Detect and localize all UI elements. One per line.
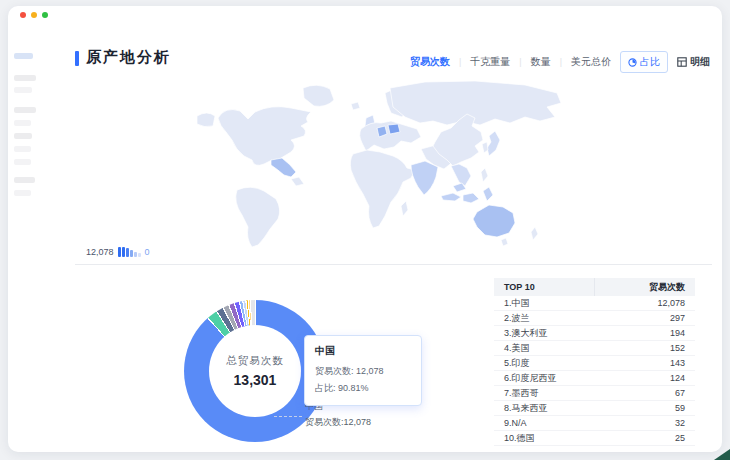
row-value: 59 — [594, 403, 695, 413]
map-region-philippines[interactable] — [481, 168, 488, 182]
row-name: 7.墨西哥 — [494, 387, 594, 400]
sidebar-skeleton-bar — [14, 159, 31, 165]
tab-quantity[interactable]: 数量 — [531, 55, 551, 69]
tooltip-title: 中国 — [315, 344, 411, 358]
map-region-africa[interactable] — [350, 150, 415, 228]
legend-bar — [134, 252, 137, 257]
pie-clock-icon — [628, 58, 637, 67]
table-row: 8.马来西亚 59 — [494, 401, 695, 416]
table-row: 4.美国 152 — [494, 341, 695, 356]
map-region-central-america[interactable] — [291, 177, 304, 186]
row-name: 6.印度尼西亚 — [494, 372, 594, 385]
table-row: 7.墨西哥 67 — [494, 386, 695, 401]
minimize-window-button[interactable] — [31, 12, 37, 18]
map-region-iceland[interactable] — [351, 102, 360, 110]
ratio-button-label: 占比 — [640, 55, 660, 69]
row-name: 8.马来西亚 — [494, 402, 594, 415]
row-value: 152 — [594, 343, 695, 353]
sidebar-skeleton-bar — [14, 75, 36, 81]
table-row: 3.澳大利亚 194 — [494, 326, 695, 341]
row-value: 194 — [594, 328, 695, 338]
map-region-alaska[interactable] — [197, 113, 215, 127]
row-name: 3.澳大利亚 — [494, 327, 594, 340]
detail-button[interactable]: 明细 — [677, 55, 710, 69]
table-header-row: TOP 10 贸易次数 — [494, 278, 695, 296]
map-region-madagascar[interactable] — [401, 201, 408, 216]
row-name: 1.中国 — [494, 297, 594, 310]
donut-center-title: 总贸易次数 — [226, 354, 284, 368]
map-region-poland[interactable] — [388, 124, 400, 134]
table-header-rank: TOP 10 — [494, 282, 594, 292]
donut-slice-label-value: 贸易次数:12,078 — [305, 414, 371, 430]
map-region-indonesia[interactable] — [441, 193, 461, 201]
tab-separator: | — [459, 57, 461, 67]
legend-bar — [138, 253, 141, 257]
sidebar-skeleton-bar — [14, 87, 32, 93]
sidebar-skeleton-bar — [14, 177, 35, 183]
row-name: 10.德国 — [494, 432, 594, 445]
legend-bar — [130, 250, 133, 257]
tab-separator: | — [560, 57, 562, 67]
row-value: 12,078 — [594, 298, 695, 308]
title-accent-bar — [75, 51, 79, 66]
close-window-button[interactable] — [20, 12, 26, 18]
row-value: 67 — [594, 388, 695, 398]
sidebar-skeleton-bar — [14, 120, 31, 126]
tooltip-trade-count: 贸易次数: 12,078 — [315, 363, 411, 380]
map-region-greenland[interactable] — [303, 85, 334, 106]
legend-bar — [118, 247, 121, 257]
map-region-tasmania[interactable] — [501, 238, 508, 246]
row-value: 143 — [594, 358, 695, 368]
legend-bar — [126, 248, 129, 257]
map-region-russia[interactable] — [390, 81, 561, 125]
tooltip-ratio: 占比: 90.81% — [315, 380, 411, 397]
table-row: 10.德国 25 — [494, 431, 695, 446]
sidebar-skeleton-bar — [14, 107, 36, 113]
donut-center-value: 13,301 — [234, 372, 277, 388]
tab-kg-weight[interactable]: 千克重量 — [470, 55, 510, 69]
sidebar-skeleton-bar — [14, 190, 31, 196]
row-name: 5.印度 — [494, 357, 594, 370]
tab-separator: | — [519, 57, 521, 67]
table-grid-icon — [677, 57, 687, 67]
map-region-indonesia[interactable] — [463, 193, 479, 203]
row-name: 4.美国 — [494, 342, 594, 355]
map-region-japan[interactable] — [487, 131, 500, 156]
map-region-mexico[interactable] — [271, 158, 296, 177]
table-row: 2.波兰 297 — [494, 311, 695, 326]
detail-button-label: 明细 — [690, 55, 710, 69]
table-row: 1.中国 12,078 — [494, 296, 695, 311]
metric-tabs: 贸易次数 | 千克重量 | 数量 | 美元总价 占比 明细 — [410, 51, 710, 73]
sidebar-skeleton-bar — [14, 133, 32, 139]
app-window: 原产地分析 贸易次数 | 千克重量 | 数量 | 美元总价 占比 明细 — [8, 6, 722, 452]
donut-center: 总贸易次数 13,301 — [209, 325, 301, 417]
map-region-south-america[interactable] — [236, 187, 280, 247]
table-header-value: 贸易次数 — [594, 278, 695, 296]
map-region-new-zealand[interactable] — [531, 227, 538, 240]
map-legend-bars — [118, 247, 141, 257]
row-value: 25 — [594, 433, 695, 443]
row-name: 9.N/A — [494, 418, 594, 428]
table-row: 5.印度 143 — [494, 356, 695, 371]
row-value: 124 — [594, 373, 695, 383]
map-region-australia[interactable] — [473, 205, 515, 237]
section-divider — [75, 264, 712, 265]
page-title: 原产地分析 — [86, 48, 171, 67]
map-region-korea[interactable] — [482, 142, 488, 153]
ratio-button[interactable]: 占比 — [620, 51, 668, 73]
maximize-window-button[interactable] — [42, 12, 48, 18]
map-region-india[interactable] — [411, 161, 438, 195]
table-row: 9.N/A 32 — [494, 416, 695, 431]
tab-trade-count[interactable]: 贸易次数 — [410, 55, 450, 69]
map-region-indonesia[interactable] — [483, 187, 493, 201]
background-corner-decoration — [714, 449, 730, 460]
tab-usd-total[interactable]: 美元总价 — [571, 55, 611, 69]
top10-table: TOP 10 贸易次数 1.中国 12,078 2.波兰 297 3.澳大利亚 … — [494, 278, 695, 446]
donut-tooltip: 中国 贸易次数: 12,078 占比: 90.81% — [304, 335, 422, 406]
map-legend-max: 12,078 — [86, 247, 114, 257]
row-name: 2.波兰 — [494, 312, 594, 325]
sidebar-skeleton-bar — [14, 146, 31, 152]
map-region-north-america[interactable] — [218, 107, 311, 166]
map-region-southeast-asia[interactable] — [451, 164, 471, 186]
donut-label-leader-line — [274, 416, 302, 417]
